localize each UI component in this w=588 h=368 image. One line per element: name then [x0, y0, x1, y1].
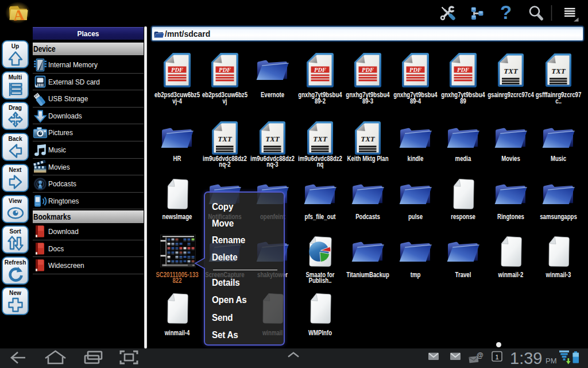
svg-text:1:39: 1:39 — [510, 349, 542, 367]
svg-text:1: 1 — [495, 354, 498, 361]
svg-text:?: ? — [500, 2, 512, 23]
svg-text:@: @ — [477, 351, 483, 359]
svg-text:PM: PM — [546, 356, 557, 365]
